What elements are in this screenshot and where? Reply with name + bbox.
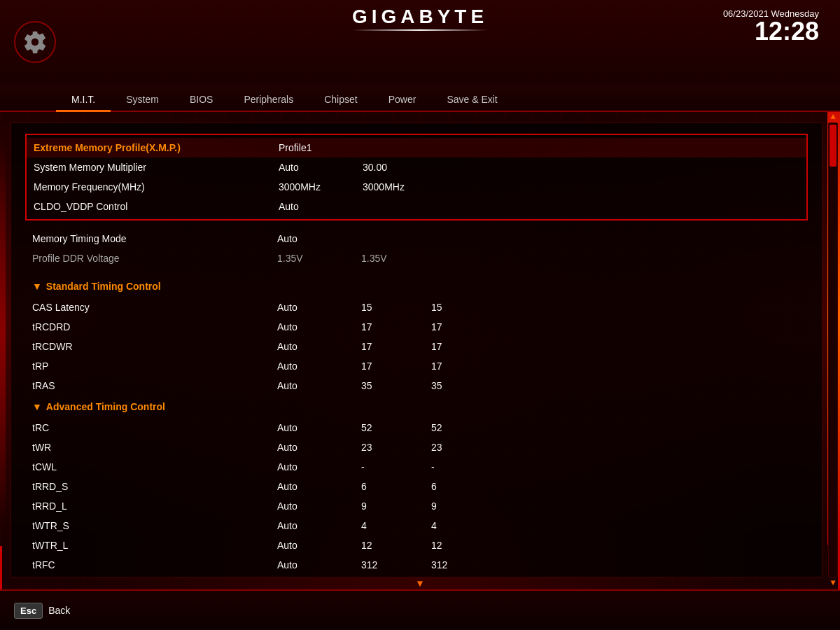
cas-latency-row[interactable]: CAS Latency Auto 15 15 xyxy=(25,298,808,317)
side-bar-left xyxy=(0,140,6,525)
memory-frequency-row[interactable]: Memory Frequency(MHz) 3000MHz 3000MHz xyxy=(27,177,806,197)
twr-value3: 23 xyxy=(431,442,501,453)
bottom-bar: Esc Back xyxy=(0,589,840,630)
trcdrd-value1: Auto xyxy=(277,321,361,332)
memory-timing-mode-row[interactable]: Memory Timing Mode Auto xyxy=(25,229,808,248)
twtr-l-value3: 12 xyxy=(431,540,501,551)
profile-ddr-voltage-value1: 1.35V xyxy=(277,253,361,264)
trfc-value1: Auto xyxy=(277,559,361,570)
profile-ddr-voltage-row[interactable]: Profile DDR Voltage 1.35V 1.35V xyxy=(25,248,808,268)
scroll-up-arrow[interactable]: ▲ xyxy=(828,112,838,122)
tab-mit[interactable]: M.I.T. xyxy=(56,90,111,111)
memory-multiplier-value1: Auto xyxy=(279,162,363,173)
back-button[interactable]: Esc Back xyxy=(14,603,70,619)
gear-icon xyxy=(14,21,56,63)
twtr-l-row[interactable]: tWTR_L Auto 12 12 xyxy=(25,536,808,555)
tab-peripherals[interactable]: Peripherals xyxy=(228,90,309,111)
advanced-timing-heading[interactable]: ▼ Advanced Timing Control xyxy=(25,396,808,418)
profile-ddr-voltage-value2: 1.35V xyxy=(361,253,431,264)
twtr-l-label: tWTR_L xyxy=(32,540,277,551)
tab-power[interactable]: Power xyxy=(373,90,432,111)
scroll-track[interactable] xyxy=(828,122,838,578)
twtr-s-row[interactable]: tWTR_S Auto 4 4 xyxy=(25,516,808,536)
trrd-l-value1: Auto xyxy=(277,500,361,512)
trcdrd-value3: 17 xyxy=(431,321,501,332)
cas-latency-value2: 15 xyxy=(361,302,431,313)
tras-row[interactable]: tRAS Auto 35 35 xyxy=(25,376,808,396)
memory-frequency-value1: 3000MHz xyxy=(279,181,363,192)
trcdwr-value3: 17 xyxy=(431,341,501,352)
back-label: Back xyxy=(48,605,70,616)
cas-latency-value3: 15 xyxy=(431,302,501,313)
trfc2-row[interactable]: tRFC2 Auto 192 192 xyxy=(25,575,808,578)
advanced-triangle-icon: ▼ xyxy=(32,401,42,412)
twr-row[interactable]: tWR Auto 23 23 xyxy=(25,438,808,457)
profile-ddr-voltage-label: Profile DDR Voltage xyxy=(32,253,277,264)
trcdrd-label: tRCDRD xyxy=(32,321,277,332)
cldo-vddp-label: CLDO_VDDP Control xyxy=(34,201,279,212)
tcwl-label: tCWL xyxy=(32,461,277,472)
cldo-vddp-value1: Auto xyxy=(279,201,363,212)
trrd-s-label: tRRD_S xyxy=(32,481,277,492)
tab-chipset[interactable]: Chipset xyxy=(309,90,372,111)
trfc-row[interactable]: tRFC Auto 312 312 xyxy=(25,555,808,575)
scroll-down-arrow[interactable]: ▼ xyxy=(828,578,838,588)
nav-bar: M.I.T. System BIOS Peripherals Chipset P… xyxy=(0,84,840,112)
bottom-center-arrow: ▼ xyxy=(417,578,423,589)
trfc-label: tRFC xyxy=(32,559,277,570)
trp-label: tRP xyxy=(32,360,277,372)
cas-latency-label: CAS Latency xyxy=(32,302,277,313)
memory-frequency-value2: 3000MHz xyxy=(363,181,433,192)
xmp-label: Extreme Memory Profile(X.M.P.) xyxy=(34,142,279,153)
trp-value2: 17 xyxy=(361,360,431,372)
trc-row[interactable]: tRC Auto 52 52 xyxy=(25,418,808,438)
triangle-icon: ▼ xyxy=(32,281,42,292)
tcwl-row[interactable]: tCWL Auto - - xyxy=(25,457,808,477)
twtr-s-value1: Auto xyxy=(277,520,361,531)
gear-svg xyxy=(22,29,48,55)
time-display: 12:28 xyxy=(755,17,819,46)
datetime-display: 06/23/2021 Wednesday 12:28 xyxy=(723,8,819,44)
cldo-vddp-row[interactable]: CLDO_VDDP Control Auto xyxy=(27,197,806,216)
trrd-s-value2: 6 xyxy=(361,481,431,492)
esc-key-label: Esc xyxy=(14,603,43,619)
main-content[interactable]: Extreme Memory Profile(X.M.P.) Profile1 … xyxy=(10,122,822,578)
xmp-header-row[interactable]: Extreme Memory Profile(X.M.P.) Profile1 xyxy=(27,138,806,158)
memory-multiplier-row[interactable]: System Memory Multiplier Auto 30.00 xyxy=(27,158,806,177)
twtr-l-value2: 12 xyxy=(361,540,431,551)
twtr-s-label: tWTR_S xyxy=(32,520,277,531)
tcwl-value2: - xyxy=(361,461,431,472)
standard-timing-heading[interactable]: ▼ Standard Timing Control xyxy=(25,275,808,298)
memory-timing-mode-value: Auto xyxy=(277,233,361,244)
tab-bios[interactable]: BIOS xyxy=(174,90,228,111)
trc-value1: Auto xyxy=(277,422,361,433)
tab-system[interactable]: System xyxy=(111,90,174,111)
tras-value2: 35 xyxy=(361,380,431,391)
twr-label: tWR xyxy=(32,442,277,453)
cas-latency-value1: Auto xyxy=(277,302,361,313)
trcdwr-row[interactable]: tRCDWR Auto 17 17 xyxy=(25,337,808,356)
twtr-l-value1: Auto xyxy=(277,540,361,551)
xmp-box: Extreme Memory Profile(X.M.P.) Profile1 … xyxy=(25,134,808,220)
tcwl-value1: Auto xyxy=(277,461,361,472)
trrd-l-row[interactable]: tRRD_L Auto 9 9 xyxy=(25,496,808,516)
header: GIGABYTE 06/23/2021 Wednesday 12:28 xyxy=(0,0,840,84)
memory-timing-mode-label: Memory Timing Mode xyxy=(32,233,277,244)
trrd-s-row[interactable]: tRRD_S Auto 6 6 xyxy=(25,477,808,496)
memory-multiplier-label: System Memory Multiplier xyxy=(34,162,279,173)
memory-multiplier-value2: 30.00 xyxy=(363,162,433,173)
trcdwr-label: tRCDWR xyxy=(32,341,277,352)
trcdrd-row[interactable]: tRCDRD Auto 17 17 xyxy=(25,317,808,337)
twtr-s-value2: 4 xyxy=(361,520,431,531)
trp-value1: Auto xyxy=(277,360,361,372)
trc-value3: 52 xyxy=(431,422,501,433)
tras-value1: Auto xyxy=(277,380,361,391)
tab-save-exit[interactable]: Save & Exit xyxy=(431,90,512,111)
scroll-thumb[interactable] xyxy=(830,125,836,167)
trc-label: tRC xyxy=(32,422,277,433)
trrd-l-value2: 9 xyxy=(361,500,431,512)
trc-value2: 52 xyxy=(361,422,431,433)
trp-row[interactable]: tRP Auto 17 17 xyxy=(25,356,808,376)
brand-logo: GIGABYTE xyxy=(352,6,488,31)
standard-timing-label: Standard Timing Control xyxy=(46,281,161,292)
